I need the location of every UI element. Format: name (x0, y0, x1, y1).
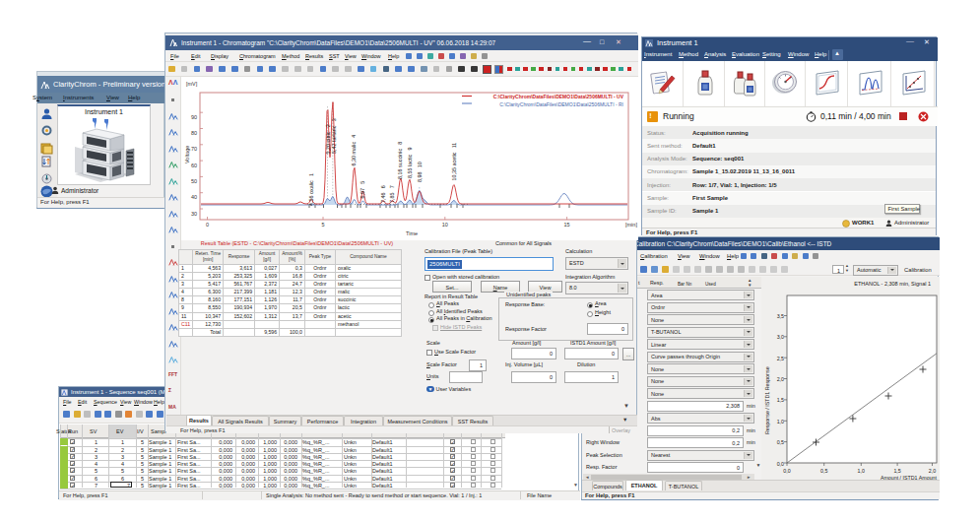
svg-text:7,46 6: 7,46 6 (380, 185, 386, 203)
svg-text:1,0: 1,0 (858, 468, 865, 474)
svg-text:C:\ClarityChrom\DataFiles\DEMO: C:\ClarityChrom\DataFiles\DEMO1\Data\250… (493, 94, 624, 99)
svg-text:Response / ISTD1 Response: Response / ISTD1 Response (764, 366, 770, 434)
svg-text:ETHANOL - 2,308 min, Signal 1: ETHANOL - 2,308 min, Signal 1 (854, 281, 931, 287)
svg-text:3,5: 3,5 (777, 313, 784, 319)
svg-text:1,5: 1,5 (777, 397, 784, 403)
svg-text:2,5: 2,5 (777, 356, 784, 361)
svg-text:0,0: 0,0 (777, 461, 784, 467)
svg-text:7,85 7: 7,85 7 (389, 185, 395, 203)
svg-text:6,97 5: 6,97 5 (359, 181, 365, 199)
svg-text:6,30 malic 4: 6,30 malic 4 (351, 135, 357, 166)
svg-text:0,5: 0,5 (820, 468, 827, 474)
svg-text:3,0: 3,0 (777, 334, 784, 340)
svg-text:0,0: 0,0 (783, 468, 790, 474)
svg-text:8,98 10: 8,98 10 (417, 162, 423, 182)
svg-text:2,0: 2,0 (929, 468, 936, 474)
svg-text:4,56 oxalic 1: 4,56 oxalic 1 (308, 173, 314, 206)
svg-text:2,0: 2,0 (777, 376, 784, 382)
svg-text:8,16 succinic 8: 8,16 succinic 8 (397, 142, 403, 179)
svg-text:0,5: 0,5 (777, 439, 784, 445)
svg-text:5,42 tartaric 3: 5,42 tartaric 3 (331, 118, 337, 154)
svg-text:10,35 acetic 11: 10,35 acetic 11 (451, 143, 457, 181)
svg-text:8,55 lactic 9: 8,55 lactic 9 (407, 148, 413, 178)
svg-text:1,5: 1,5 (893, 468, 900, 474)
svg-text:1,0: 1,0 (777, 419, 784, 424)
svg-text:C:\ClarityChrom\DataFiles\DEMO: C:\ClarityChrom\DataFiles\DEMO1\Data\250… (499, 101, 623, 107)
